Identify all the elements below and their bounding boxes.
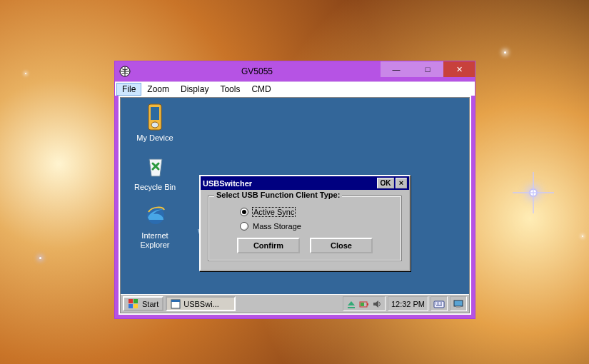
- start-label: Start: [142, 300, 158, 308]
- svg-rect-10: [171, 300, 180, 302]
- menu-display[interactable]: Display: [175, 83, 214, 96]
- usb-type-group: Select USB Function Client Type: Active …: [208, 196, 402, 261]
- close-button[interactable]: ✕: [443, 61, 475, 77]
- dialog-close-icon[interactable]: ×: [396, 178, 407, 188]
- menu-zoom[interactable]: Zoom: [141, 83, 175, 96]
- show-desktop[interactable]: [450, 296, 467, 311]
- usb-eject-icon: [346, 299, 356, 309]
- svg-rect-17: [456, 306, 460, 308]
- desktop-icon-my-device[interactable]: My Device: [126, 103, 183, 143]
- sip-toggle[interactable]: [431, 296, 448, 311]
- usbswitcher-dialog: USBSwitcher OK × Select USB Function Cli…: [199, 175, 411, 271]
- tray-status-icons[interactable]: [343, 296, 386, 311]
- desktop-icon-recycle-bin[interactable]: Recycle Bin: [126, 153, 183, 192]
- maximize-button[interactable]: □: [412, 61, 443, 77]
- svg-rect-16: [454, 300, 463, 306]
- dialog-title: USBSwitcher: [203, 179, 376, 188]
- bg-star: [39, 257, 41, 259]
- svg-rect-7: [129, 304, 133, 308]
- my-device-icon: [144, 103, 166, 132]
- host-window: GV5055 — □ ✕ File Zoom Display Tools CMD…: [114, 61, 475, 319]
- volume-icon: [372, 299, 382, 309]
- desktop-icon-ie[interactable]: Internet Explorer: [126, 201, 183, 249]
- radio-mass-storage[interactable]: Mass Storage: [240, 222, 394, 231]
- minimize-button[interactable]: —: [381, 61, 412, 77]
- system-tray[interactable]: 12:32 PM: [388, 296, 428, 311]
- svg-rect-8: [134, 304, 138, 308]
- bg-star: [530, 190, 536, 196]
- svg-point-3: [151, 122, 158, 128]
- menu-bar: File Zoom Display Tools CMD: [115, 81, 475, 96]
- confirm-button[interactable]: Confirm: [237, 238, 300, 253]
- svg-rect-6: [134, 299, 138, 303]
- window-title: GV5055: [134, 66, 381, 76]
- svg-rect-13: [367, 303, 368, 305]
- ie-icon: [144, 201, 166, 230]
- radio-icon: [240, 222, 248, 231]
- bg-star: [582, 236, 583, 237]
- desktop-icon-label: Recycle Bin: [126, 183, 183, 192]
- desktop-icon-label: My Device: [126, 133, 183, 143]
- radio-icon: [240, 208, 248, 216]
- radio-label: Active Sync: [253, 208, 295, 216]
- menu-tools[interactable]: Tools: [214, 83, 246, 96]
- group-legend: Select USB Function Client Type:: [214, 191, 342, 199]
- close-button[interactable]: Close: [310, 238, 373, 253]
- svg-rect-5: [129, 299, 133, 303]
- menu-cmd[interactable]: CMD: [246, 83, 276, 96]
- svg-rect-14: [361, 303, 364, 306]
- windows-flag-icon: [128, 298, 139, 310]
- bg-star: [504, 51, 506, 54]
- app-icon: [119, 66, 131, 77]
- remote-viewport: My Device Recycle Bin Internet Explorer …: [119, 96, 471, 315]
- app-window-icon: [171, 299, 181, 309]
- taskbar-app-label: USBSwi...: [183, 300, 219, 308]
- menu-file[interactable]: File: [116, 83, 141, 96]
- radio-active-sync[interactable]: Active Sync: [240, 208, 394, 216]
- svg-rect-2: [151, 107, 159, 120]
- svg-rect-11: [348, 307, 355, 308]
- bg-star: [25, 73, 26, 74]
- dialog-titlebar[interactable]: USBSwitcher OK ×: [201, 176, 409, 190]
- taskbar-app-usbswitcher[interactable]: USBSwi...: [166, 296, 236, 311]
- recycle-bin-icon: [144, 153, 166, 181]
- battery-icon: [359, 299, 369, 309]
- ce-desktop[interactable]: My Device Recycle Bin Internet Explorer …: [120, 97, 470, 313]
- keyboard-icon: [433, 299, 445, 309]
- start-button[interactable]: Start: [123, 296, 163, 311]
- radio-label: Mass Storage: [253, 222, 301, 231]
- desktop-icon-label: Internet Explorer: [126, 231, 183, 249]
- desktop-icon: [453, 299, 464, 309]
- host-titlebar[interactable]: GV5055 — □ ✕: [115, 61, 475, 81]
- clock: 12:32 PM: [391, 300, 425, 308]
- dialog-ok-button[interactable]: OK: [377, 178, 394, 188]
- ce-taskbar: Start USBSwi... 12:32 PM: [121, 294, 469, 313]
